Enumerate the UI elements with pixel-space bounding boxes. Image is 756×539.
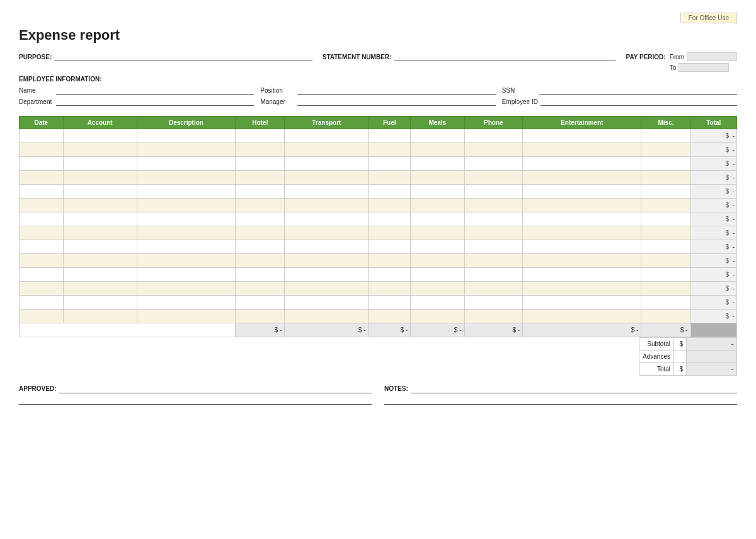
table-cell[interactable] xyxy=(641,143,690,157)
table-cell[interactable] xyxy=(63,129,137,143)
table-cell[interactable] xyxy=(20,171,64,185)
table-cell[interactable] xyxy=(523,157,641,171)
table-cell[interactable] xyxy=(523,143,641,157)
table-cell[interactable] xyxy=(285,129,369,143)
table-cell[interactable] xyxy=(369,185,411,199)
table-cell[interactable] xyxy=(20,199,64,212)
table-cell[interactable] xyxy=(411,254,464,268)
table-cell[interactable] xyxy=(523,240,641,254)
table-cell[interactable] xyxy=(137,226,235,240)
table-cell[interactable] xyxy=(20,129,64,143)
table-cell[interactable] xyxy=(236,254,285,268)
table-cell[interactable] xyxy=(285,199,369,212)
table-cell[interactable] xyxy=(236,199,285,212)
manager-underline[interactable] xyxy=(297,97,495,106)
table-cell[interactable] xyxy=(63,171,137,185)
table-cell[interactable] xyxy=(641,199,690,212)
table-cell[interactable] xyxy=(63,240,137,254)
table-cell[interactable] xyxy=(236,296,285,310)
table-cell[interactable] xyxy=(523,199,641,212)
table-cell[interactable] xyxy=(137,268,235,282)
table-cell[interactable] xyxy=(464,129,523,143)
table-cell[interactable] xyxy=(20,212,64,226)
table-cell[interactable] xyxy=(523,171,641,185)
table-cell[interactable] xyxy=(20,310,64,323)
table-cell[interactable] xyxy=(236,171,285,185)
table-cell[interactable] xyxy=(236,212,285,226)
table-cell[interactable] xyxy=(369,129,411,143)
table-cell[interactable] xyxy=(411,240,464,254)
table-cell[interactable] xyxy=(20,157,64,171)
table-cell[interactable] xyxy=(641,129,690,143)
table-cell[interactable] xyxy=(63,199,137,212)
table-cell[interactable] xyxy=(464,199,523,212)
table-cell[interactable] xyxy=(63,143,137,157)
table-cell[interactable] xyxy=(523,226,641,240)
employee-id-underline[interactable] xyxy=(541,97,737,106)
table-cell[interactable] xyxy=(20,226,64,240)
table-cell[interactable] xyxy=(285,212,369,226)
table-cell[interactable] xyxy=(464,212,523,226)
table-cell[interactable] xyxy=(641,185,690,199)
table-cell[interactable] xyxy=(285,226,369,240)
table-cell[interactable] xyxy=(137,296,235,310)
from-input[interactable] xyxy=(687,52,737,61)
table-cell[interactable] xyxy=(369,143,411,157)
table-cell[interactable] xyxy=(411,129,464,143)
table-cell[interactable] xyxy=(63,226,137,240)
table-cell[interactable] xyxy=(523,185,641,199)
department-underline[interactable] xyxy=(56,97,254,106)
table-cell[interactable] xyxy=(137,171,235,185)
table-cell[interactable] xyxy=(641,171,690,185)
table-cell[interactable] xyxy=(236,129,285,143)
table-cell[interactable] xyxy=(411,157,464,171)
table-cell[interactable] xyxy=(411,143,464,157)
table-cell[interactable] xyxy=(464,240,523,254)
table-cell[interactable] xyxy=(369,226,411,240)
table-cell[interactable] xyxy=(285,310,369,323)
table-cell[interactable] xyxy=(411,310,464,323)
table-cell[interactable] xyxy=(411,268,464,282)
table-cell[interactable] xyxy=(20,268,64,282)
table-cell[interactable] xyxy=(63,212,137,226)
table-cell[interactable] xyxy=(236,240,285,254)
table-cell[interactable] xyxy=(285,185,369,199)
table-cell[interactable] xyxy=(464,143,523,157)
table-cell[interactable] xyxy=(464,282,523,296)
table-cell[interactable] xyxy=(137,129,235,143)
table-cell[interactable] xyxy=(464,157,523,171)
table-cell[interactable] xyxy=(369,240,411,254)
table-cell[interactable] xyxy=(464,185,523,199)
table-cell[interactable] xyxy=(236,226,285,240)
table-cell[interactable] xyxy=(285,254,369,268)
table-cell[interactable] xyxy=(411,282,464,296)
table-cell[interactable] xyxy=(137,240,235,254)
statement-number-underline[interactable] xyxy=(394,52,616,61)
purpose-underline[interactable] xyxy=(54,52,312,61)
table-cell[interactable] xyxy=(369,268,411,282)
table-cell[interactable] xyxy=(63,268,137,282)
table-cell[interactable] xyxy=(411,199,464,212)
table-cell[interactable] xyxy=(369,212,411,226)
table-cell[interactable] xyxy=(137,143,235,157)
table-cell[interactable] xyxy=(369,254,411,268)
table-cell[interactable] xyxy=(369,199,411,212)
table-cell[interactable] xyxy=(63,310,137,323)
position-underline[interactable] xyxy=(297,86,495,95)
table-cell[interactable] xyxy=(137,185,235,199)
table-cell[interactable] xyxy=(641,268,690,282)
table-cell[interactable] xyxy=(20,254,64,268)
table-cell[interactable] xyxy=(369,296,411,310)
table-cell[interactable] xyxy=(63,282,137,296)
table-cell[interactable] xyxy=(641,296,690,310)
name-underline[interactable] xyxy=(56,86,254,95)
table-cell[interactable] xyxy=(236,143,285,157)
table-cell[interactable] xyxy=(523,268,641,282)
table-cell[interactable] xyxy=(411,185,464,199)
table-cell[interactable] xyxy=(20,282,64,296)
table-cell[interactable] xyxy=(464,268,523,282)
table-cell[interactable] xyxy=(523,129,641,143)
table-cell[interactable] xyxy=(523,310,641,323)
table-cell[interactable] xyxy=(285,268,369,282)
table-cell[interactable] xyxy=(641,212,690,226)
